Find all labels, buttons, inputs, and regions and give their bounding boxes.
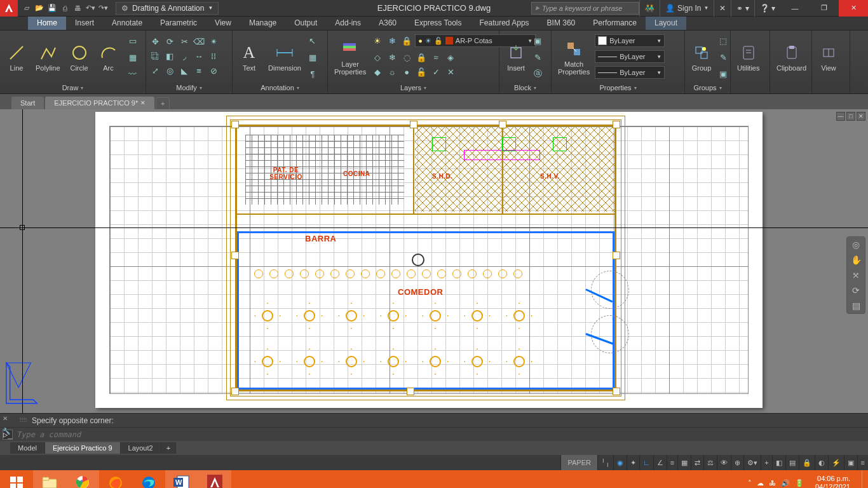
save-icon[interactable]: 💾: [47, 3, 57, 13]
edit-block-icon[interactable]: ✎: [531, 51, 544, 64]
panel-layers-title[interactable]: Layers: [328, 83, 499, 93]
tab-addins[interactable]: Add-ins: [326, 17, 370, 30]
linetype-dropdown[interactable]: ByLayer▼: [595, 66, 665, 79]
tab-view[interactable]: View: [206, 17, 240, 30]
tray-chevron-icon[interactable]: ˄: [748, 479, 752, 487]
filetab-start[interactable]: Start: [11, 97, 44, 109]
offset-icon[interactable]: ◎: [163, 64, 176, 77]
drawing-area[interactable]: — □ ✕: [0, 109, 868, 413]
vp-maximize-icon[interactable]: □: [846, 112, 855, 121]
exchange-icon[interactable]: ✕: [714, 0, 731, 17]
laymch-icon[interactable]: ≈: [430, 51, 442, 64]
new-icon[interactable]: ▱: [22, 3, 32, 13]
align-icon[interactable]: ≡: [193, 64, 205, 77]
fillet-icon[interactable]: ◞: [178, 50, 191, 62]
panel-modify-title[interactable]: Modify: [146, 83, 232, 93]
otrack-icon[interactable]: ∠: [653, 455, 667, 470]
infocenter-icon[interactable]: 👬: [639, 0, 660, 17]
task-edge[interactable]: [132, 470, 165, 488]
pan-icon[interactable]: ✋: [851, 255, 862, 265]
saveas-icon[interactable]: ⎙: [60, 3, 70, 13]
filetab-current[interactable]: EJERCICIO PRACTICO 9*✕: [45, 97, 154, 109]
tab-output[interactable]: Output: [285, 17, 326, 30]
layer-freeze-icon[interactable]: ❄: [386, 34, 398, 47]
hatch-icon[interactable]: ▦: [126, 51, 139, 64]
circle-button[interactable]: Circle: [65, 33, 93, 81]
tray-battery-icon[interactable]: 🔋: [795, 479, 804, 487]
stretch-icon[interactable]: ↔: [193, 50, 205, 62]
steering-wheel-icon[interactable]: ◎: [852, 240, 860, 250]
panel-draw-title[interactable]: Draw: [0, 83, 146, 93]
group-button[interactable]: Group: [688, 33, 715, 81]
close-button[interactable]: ✕: [839, 0, 868, 17]
zoom-extents-icon[interactable]: ⤧: [852, 270, 860, 280]
search-input[interactable]: Type a keyword or phrase: [531, 2, 639, 15]
mirror-icon[interactable]: ◧: [163, 50, 176, 62]
annoscale-icon[interactable]: ⚖: [703, 455, 717, 470]
vp-minimize-icon[interactable]: —: [836, 112, 845, 121]
copy-icon[interactable]: ⿻: [149, 50, 161, 62]
move-icon[interactable]: ✥: [149, 35, 161, 48]
task-word[interactable]: W: [165, 470, 198, 488]
match-properties-button[interactable]: Match Properties: [554, 33, 593, 81]
quick-properties-icon[interactable]: ▤: [785, 455, 799, 470]
insert-block-button[interactable]: Insert: [502, 33, 530, 81]
text-button[interactable]: AText: [235, 33, 263, 81]
tab-a360[interactable]: A360: [370, 17, 405, 30]
tab-manage[interactable]: Manage: [240, 17, 285, 30]
tab-model[interactable]: Model: [10, 442, 45, 454]
annotation-monitor-icon[interactable]: +: [761, 455, 771, 470]
group-bbox-icon[interactable]: ▣: [717, 67, 729, 80]
line-button[interactable]: Line: [3, 33, 31, 81]
layiso-icon[interactable]: ◇: [371, 51, 384, 64]
task-explorer[interactable]: [33, 470, 66, 488]
break-icon[interactable]: ⊘: [207, 64, 220, 77]
filetab-add[interactable]: +: [156, 97, 170, 109]
hardware-accel-icon[interactable]: ⚡: [828, 455, 844, 470]
customize-status-icon[interactable]: ≡: [857, 455, 868, 470]
minimize-button[interactable]: —: [780, 0, 810, 17]
layer-properties-button[interactable]: Layer Properties: [330, 33, 370, 81]
filetab-close-icon[interactable]: ✕: [140, 100, 146, 106]
polar-icon[interactable]: ✦: [627, 455, 639, 470]
maximize-button[interactable]: ❐: [810, 0, 839, 17]
dimension-button[interactable]: Dimension: [264, 33, 305, 81]
tab-add-layout[interactable]: +: [161, 442, 176, 454]
lineweight-dropdown[interactable]: ByLayer▼: [595, 50, 665, 63]
layoff-icon[interactable]: ◌: [400, 51, 413, 64]
cmd-customize-icon[interactable]: 🔧: [3, 428, 11, 437]
layer-lock-icon[interactable]: 🔒: [400, 34, 413, 47]
table-icon[interactable]: ▦: [306, 51, 319, 64]
help-icon[interactable]: ❔ ▾: [754, 0, 780, 17]
orbit-icon[interactable]: ⟳: [852, 285, 860, 295]
lock-ui-icon[interactable]: 🔒: [799, 455, 815, 470]
layer-off-icon[interactable]: ☀: [371, 34, 384, 47]
clipboard-button[interactable]: Clipboard: [773, 33, 810, 81]
lineweight-icon[interactable]: ≡: [667, 455, 677, 470]
task-chrome[interactable]: [66, 470, 99, 488]
tray-volume-icon[interactable]: 🔊: [781, 479, 790, 487]
layuniso-icon[interactable]: ◆: [371, 65, 384, 78]
explode-icon[interactable]: ✴: [207, 35, 220, 48]
panel-annotation-title[interactable]: Annotation: [233, 83, 327, 93]
panel-properties-title[interactable]: Properties: [552, 83, 684, 93]
tab-layout1[interactable]: Ejercicio Practico 9: [45, 442, 121, 454]
tab-featured[interactable]: Featured Apps: [471, 17, 538, 30]
color-dropdown[interactable]: ByLayer▼: [595, 34, 665, 47]
cycling-icon[interactable]: ⇄: [691, 455, 703, 470]
group-edit-icon[interactable]: ✎: [717, 51, 729, 64]
open-icon[interactable]: 📂: [34, 3, 44, 13]
tray-network-icon[interactable]: 🖧: [769, 479, 776, 487]
autoadd-icon[interactable]: ⊕: [731, 455, 743, 470]
layon-icon[interactable]: ●: [400, 65, 413, 78]
isolate-icon[interactable]: ◐: [815, 455, 828, 470]
stay-connected-icon[interactable]: ⚭ ▾: [731, 0, 754, 17]
panel-groups-title[interactable]: Groups: [685, 83, 730, 93]
view-button[interactable]: View: [815, 33, 843, 81]
tab-insert[interactable]: Insert: [66, 17, 103, 30]
create-block-icon[interactable]: ▣: [531, 34, 544, 47]
task-autocad[interactable]: [198, 470, 231, 488]
taskbar-clock[interactable]: 04:06 p.m. 04/12/2021: [810, 475, 855, 488]
vp-close-icon[interactable]: ✕: [857, 112, 865, 121]
tab-performance[interactable]: Performance: [584, 17, 646, 30]
